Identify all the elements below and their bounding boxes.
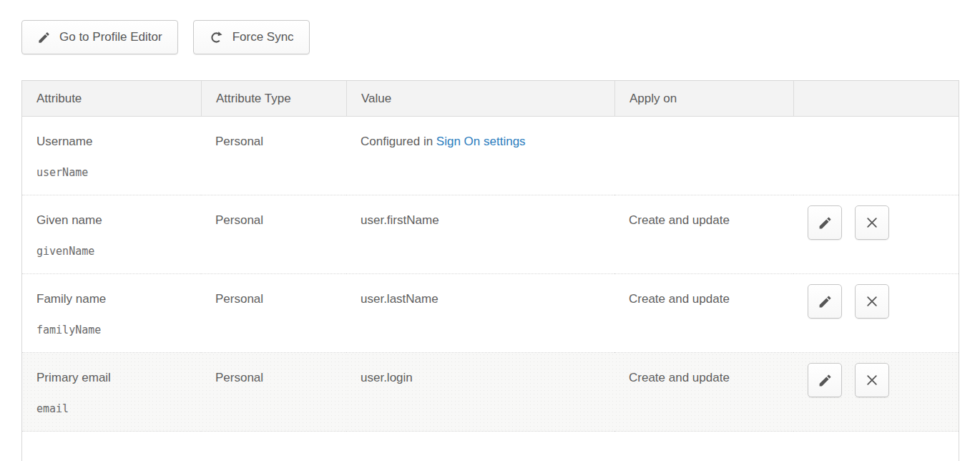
force-sync-label: Force Sync bbox=[232, 30, 294, 44]
attribute-type: Personal bbox=[201, 353, 346, 432]
attribute-mapping-table: Attribute Attribute Type Value Apply on … bbox=[21, 80, 959, 461]
attribute-label: Primary email bbox=[36, 371, 194, 385]
row-actions bbox=[808, 363, 959, 397]
toolbar: Go to Profile Editor Force Sync bbox=[21, 20, 310, 54]
pencil-icon bbox=[37, 31, 51, 44]
edit-attribute-button[interactable] bbox=[808, 284, 842, 319]
apply-on: Create and update bbox=[614, 195, 793, 274]
close-icon bbox=[865, 294, 879, 309]
attribute-variable: familyName bbox=[36, 324, 194, 336]
table-row-partial bbox=[22, 432, 959, 461]
sign-on-settings-link[interactable]: Sign On settings bbox=[436, 135, 526, 148]
attribute-type: Personal bbox=[201, 195, 346, 274]
col-header-attribute-type: Attribute Type bbox=[201, 81, 346, 117]
table-row-family-name: Family name familyName Personal user.las… bbox=[22, 274, 959, 353]
delete-attribute-button[interactable] bbox=[855, 363, 889, 397]
table-header-row: Attribute Attribute Type Value Apply on bbox=[22, 81, 959, 117]
edit-attribute-button[interactable] bbox=[808, 205, 842, 240]
delete-attribute-button[interactable] bbox=[855, 205, 889, 240]
col-header-attribute: Attribute bbox=[22, 81, 201, 117]
pencil-icon bbox=[818, 294, 833, 309]
delete-attribute-button[interactable] bbox=[855, 284, 889, 319]
value-text: user.login bbox=[346, 353, 614, 432]
attribute-label: Given name bbox=[36, 213, 194, 228]
value-text: user.firstName bbox=[346, 195, 614, 274]
go-to-profile-editor-button[interactable]: Go to Profile Editor bbox=[21, 20, 178, 54]
attribute-label: Username bbox=[36, 135, 194, 149]
pencil-icon bbox=[818, 215, 833, 230]
col-header-actions bbox=[793, 81, 959, 117]
attribute-variable: userName bbox=[36, 166, 194, 179]
attribute-variable: givenName bbox=[36, 245, 194, 258]
force-sync-button[interactable]: Force Sync bbox=[193, 20, 310, 54]
attribute-variable: email bbox=[36, 402, 194, 415]
value-text: user.lastName bbox=[346, 274, 614, 353]
table-row-given-name: Given name givenName Personal user.first… bbox=[22, 195, 959, 274]
pencil-icon bbox=[818, 373, 833, 388]
refresh-icon bbox=[209, 30, 224, 45]
value-text: Configured in bbox=[361, 135, 436, 148]
table-row-primary-email: Primary email email Personal user.login … bbox=[22, 353, 959, 432]
attribute-mappings-page: Go to Profile Editor Force Sync Attribut… bbox=[0, 0, 980, 461]
table-row-username: Username userName Personal Configured in… bbox=[22, 117, 959, 195]
apply-on: Create and update bbox=[614, 274, 793, 353]
apply-on bbox=[614, 117, 793, 195]
go-to-profile-editor-label: Go to Profile Editor bbox=[59, 30, 162, 44]
apply-on: Create and update bbox=[614, 353, 793, 432]
row-actions bbox=[808, 205, 959, 240]
edit-attribute-button[interactable] bbox=[808, 363, 842, 397]
attribute-label: Family name bbox=[36, 292, 194, 306]
close-icon bbox=[865, 215, 879, 230]
row-actions bbox=[808, 284, 959, 319]
close-icon bbox=[865, 373, 879, 387]
attribute-type: Personal bbox=[201, 117, 346, 195]
col-header-apply-on: Apply on bbox=[614, 81, 793, 117]
attribute-type: Personal bbox=[201, 274, 346, 353]
col-header-value: Value bbox=[346, 81, 614, 117]
